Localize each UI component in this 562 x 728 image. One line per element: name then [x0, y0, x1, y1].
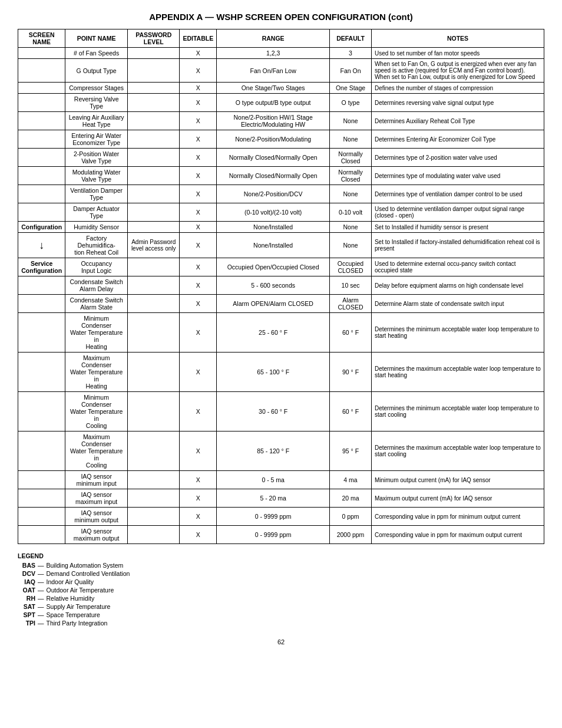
- screen-name-cell: [18, 471, 65, 489]
- screen-name-cell: [18, 94, 65, 112]
- screen-name-cell: [18, 508, 65, 526]
- screen-name-cell: [18, 149, 65, 167]
- screen-name-cell: [18, 353, 65, 392]
- default-cell: NormallyClosed: [330, 167, 372, 185]
- legend-item: OAT—Outdoor Air Temperature: [18, 587, 544, 594]
- password-level-cell: [127, 392, 179, 431]
- default-cell: One Stage: [330, 83, 372, 94]
- legend-abbr: SAT: [18, 603, 35, 610]
- range-cell: 25 - 60 ° F: [217, 313, 330, 353]
- password-level-cell: [127, 48, 179, 59]
- range-cell: 1,2,3: [217, 48, 330, 59]
- screen-name-cell: [18, 313, 65, 353]
- notes-cell: Maximum output current (mA) for IAQ sens…: [371, 489, 544, 508]
- point-name-cell: G Output Type: [65, 59, 128, 83]
- legend-item: BAS—Building Automation System: [18, 562, 544, 569]
- notes-cell: Determines Entering Air Economizer Coil …: [371, 130, 544, 149]
- editable-cell: X: [180, 258, 217, 276]
- range-cell: 0 - 5 ma: [217, 471, 330, 489]
- col-screen-name: SCREEN NAME: [18, 29, 65, 48]
- notes-cell: Determines type of modulating water valv…: [371, 167, 544, 185]
- notes-cell: Set to Installed if humidity sensor is p…: [371, 222, 544, 233]
- notes-cell: Set to Installed if factory-installed de…: [371, 233, 544, 258]
- password-level-cell: [127, 353, 179, 392]
- password-level-cell: [127, 489, 179, 508]
- point-name-cell: IAQ sensormaximum input: [65, 489, 128, 508]
- screen-name-cell: [18, 59, 65, 83]
- range-cell: Normally Closed/Normally Open: [217, 167, 330, 185]
- notes-cell: Corresponding value in ppm for maximum o…: [371, 526, 544, 544]
- range-cell: None/Installed: [217, 233, 330, 258]
- notes-cell: Determines type of 2-position water valv…: [371, 149, 544, 167]
- default-cell: 4 ma: [330, 471, 372, 489]
- page-title: APPENDIX A — WSHP SCREEN OPEN CONFIGURAT…: [18, 12, 544, 22]
- screen-name-cell: [18, 167, 65, 185]
- notes-cell: Determines Auxiliary Reheat Coil Type: [371, 112, 544, 130]
- legend-section: LEGEND BAS—Building Automation SystemDCV…: [18, 552, 544, 627]
- screen-name-cell: [18, 83, 65, 94]
- default-cell: Fan On: [330, 59, 372, 83]
- point-name-cell: 2-Position WaterValve Type: [65, 149, 128, 167]
- range-cell: 30 - 60 ° F: [217, 392, 330, 431]
- legend-item: DCV—Demand Controlled Ventilation: [18, 570, 544, 577]
- editable-cell: X: [180, 508, 217, 526]
- password-level-cell: [127, 167, 179, 185]
- range-cell: None/2-Position HW/1 StageElectric/Modul…: [217, 112, 330, 130]
- password-level-cell: [127, 59, 179, 83]
- editable-cell: X: [180, 295, 217, 313]
- editable-cell: X: [180, 276, 217, 295]
- password-level-cell: [127, 94, 179, 112]
- editable-cell: X: [180, 353, 217, 392]
- screen-name-cell: [18, 130, 65, 149]
- range-cell: 85 - 120 ° F: [217, 431, 330, 471]
- legend-desc: Supply Air Temperature: [47, 603, 111, 610]
- password-level-cell: [127, 431, 179, 471]
- password-level-cell: [127, 258, 179, 276]
- screen-name-cell: [18, 112, 65, 130]
- legend-abbr: BAS: [18, 562, 35, 569]
- password-level-cell: [127, 130, 179, 149]
- range-cell: Fan On/Fan Low: [217, 59, 330, 83]
- legend-abbr: TPI: [18, 620, 35, 627]
- legend-desc: Relative Humidity: [47, 595, 95, 602]
- point-name-cell: Humidity Sensor: [65, 222, 128, 233]
- point-name-cell: Compressor Stages: [65, 83, 128, 94]
- legend-title: LEGEND: [18, 552, 544, 559]
- point-name-cell: Minimum CondenserWater Temperature inHea…: [65, 313, 128, 353]
- notes-cell: Used to determine ventilation damper out…: [371, 203, 544, 222]
- point-name-cell: Modulating WaterValve Type: [65, 167, 128, 185]
- range-cell: 0 - 9999 ppm: [217, 508, 330, 526]
- range-cell: Occupied Open/Occupied Closed: [217, 258, 330, 276]
- range-cell: O type output/B type output: [217, 94, 330, 112]
- editable-cell: X: [180, 185, 217, 203]
- col-default: DEFAULT: [330, 29, 372, 48]
- legend-abbr: DCV: [18, 570, 35, 577]
- point-name-cell: OccupancyInput Logic: [65, 258, 128, 276]
- col-range: RANGE: [217, 29, 330, 48]
- range-cell: 65 - 100 ° F: [217, 353, 330, 392]
- editable-cell: X: [180, 83, 217, 94]
- editable-cell: X: [180, 130, 217, 149]
- default-cell: None: [330, 185, 372, 203]
- screen-name-cell: [18, 276, 65, 295]
- screen-name-cell: ↓: [18, 233, 65, 258]
- editable-cell: X: [180, 313, 217, 353]
- password-level-cell: [127, 222, 179, 233]
- default-cell: AlarmCLOSED: [330, 295, 372, 313]
- notes-cell: Defines the number of stages of compress…: [371, 83, 544, 94]
- col-editable: EDITABLE: [180, 29, 217, 48]
- password-level-cell: [127, 471, 179, 489]
- screen-name-cell: [18, 392, 65, 431]
- notes-cell: Determines reversing valve signal output…: [371, 94, 544, 112]
- editable-cell: X: [180, 489, 217, 508]
- legend-abbr: OAT: [18, 587, 35, 594]
- editable-cell: X: [180, 48, 217, 59]
- point-name-cell: Factory Dehumidifica-tion Reheat Coil: [65, 233, 128, 258]
- notes-cell: Determine Alarm state of condensate swit…: [371, 295, 544, 313]
- legend-desc: Space Temperature: [47, 611, 100, 618]
- password-level-cell: [127, 185, 179, 203]
- editable-cell: X: [180, 112, 217, 130]
- range-cell: None/2-Position/DCV: [217, 185, 330, 203]
- default-cell: 0 ppm: [330, 508, 372, 526]
- default-cell: None: [330, 233, 372, 258]
